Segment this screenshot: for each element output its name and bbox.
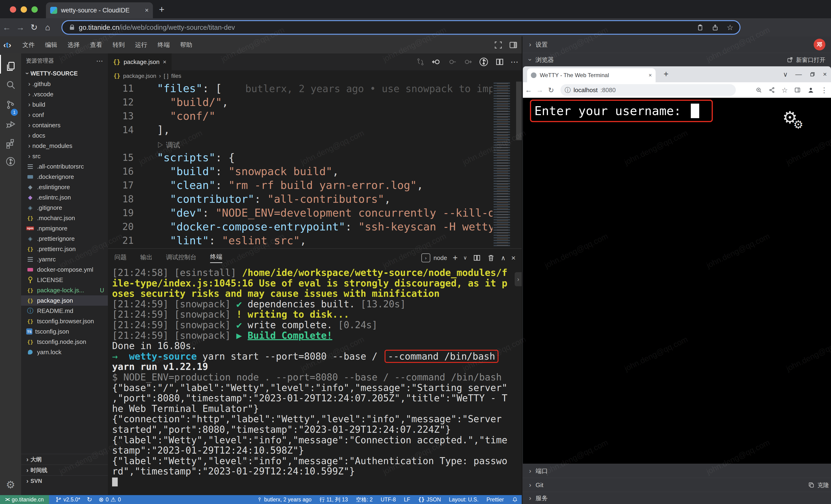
menu-item[interactable]: 帮助: [175, 38, 197, 51]
breadcrumb[interactable]: {} package.json › [ ] files: [108, 70, 522, 82]
terminal-shell-icon[interactable]: ›: [421, 254, 430, 262]
bookmark-star-icon[interactable]: ☆: [781, 86, 788, 94]
tree-item[interactable]: ◆ .eslintignore: [21, 182, 108, 192]
tree-item[interactable]: .dockerignore: [21, 172, 108, 182]
ports-section[interactable]: › 端口: [522, 464, 831, 478]
menu-item[interactable]: 终端: [152, 38, 175, 51]
explorer-more-icon[interactable]: ⋯: [96, 57, 103, 65]
problems-status[interactable]: ⊗ 0 ⚠ 0: [99, 496, 121, 503]
new-terminal-icon[interactable]: +: [453, 253, 458, 263]
prev-change-icon[interactable]: [431, 57, 441, 67]
tree-item[interactable]: npm .npmignore: [21, 223, 108, 234]
tree-item[interactable]: docker-compose.yml: [21, 264, 108, 275]
bookmark-star-icon[interactable]: ☆: [727, 23, 734, 32]
close-tab-icon[interactable]: ×: [649, 72, 652, 79]
remote-indicator[interactable]: >< go.titanide.cn: [0, 495, 49, 504]
tree-item[interactable]: › docs: [21, 130, 108, 141]
tree-item[interactable]: ⓘ README.md: [21, 306, 108, 316]
panel-tab[interactable]: 调试控制台: [166, 253, 197, 263]
wetty-terminal[interactable]: Enter your username: ⚙⚙: [523, 98, 831, 464]
kill-terminal-icon[interactable]: [487, 254, 495, 262]
extensions-icon[interactable]: [0, 134, 21, 152]
panel-tab[interactable]: 问题: [114, 253, 126, 263]
search-icon[interactable]: [0, 76, 21, 94]
customize-layout-icon[interactable]: [494, 40, 503, 50]
panel-tab[interactable]: 输出: [140, 253, 152, 263]
minimize-icon[interactable]: —: [795, 70, 802, 78]
restore-icon[interactable]: [809, 71, 815, 77]
macos-minimize-button[interactable]: [21, 6, 27, 13]
forward-icon[interactable]: →: [534, 86, 545, 94]
language-status[interactable]: {} JSON: [418, 497, 441, 503]
next-change-icon[interactable]: [463, 57, 472, 66]
new-tab-button[interactable]: +: [664, 69, 668, 79]
tree-item[interactable]: LICENSE: [21, 275, 108, 285]
terminal-dropdown-icon[interactable]: ∨: [463, 255, 467, 261]
tree-item[interactable]: {} package.json: [21, 295, 108, 306]
editor-scrollbar[interactable]: [516, 82, 522, 140]
wetty-settings-gears-icon[interactable]: ⚙⚙: [782, 108, 803, 131]
change-dot-icon[interactable]: [448, 57, 457, 66]
tree-item[interactable]: .all-contributorsrc: [21, 161, 108, 172]
sidebar-section-header[interactable]: › 大纲: [21, 454, 108, 465]
zoom-icon[interactable]: [755, 87, 762, 93]
embedded-address-bar[interactable]: ⓘ localhost :8080: [561, 84, 736, 96]
browser-menu-icon[interactable]: ⋮: [821, 86, 828, 94]
indentation-status[interactable]: 空格: 2: [356, 496, 373, 503]
close-tab-icon[interactable]: ×: [163, 58, 167, 66]
reload-icon[interactable]: ↻: [545, 86, 557, 94]
reload-icon[interactable]: ↻: [27, 23, 41, 32]
tree-item[interactable]: yarn.lock: [21, 347, 108, 357]
close-panel-icon[interactable]: ×: [511, 254, 516, 262]
new-tab-button[interactable]: +: [159, 4, 164, 15]
terminal-output[interactable]: [21:24:58] [esinstall] /home/ide/workspa…: [108, 267, 522, 495]
tab-list-chevron-icon[interactable]: ∨: [783, 70, 788, 78]
git-branch-status[interactable]: v2.5.0*: [56, 497, 80, 503]
minimap[interactable]: [494, 83, 515, 247]
tree-item[interactable]: {} package-lock.js... U: [21, 285, 108, 295]
embedded-browser-tab[interactable]: WeTTY - The Web Terminal ×: [527, 68, 656, 82]
tree-item[interactable]: › .vscode: [21, 89, 108, 99]
back-icon[interactable]: ←: [0, 23, 13, 32]
source-control-icon[interactable]: [0, 96, 21, 114]
tree-item[interactable]: › src: [21, 151, 108, 161]
close-tab-icon[interactable]: ×: [145, 6, 149, 14]
user-avatar[interactable]: 邓: [814, 39, 825, 51]
close-window-icon[interactable]: ×: [823, 70, 827, 78]
terminal-edge-chevron-icon[interactable]: ›: [515, 272, 522, 286]
home-icon[interactable]: ⌂: [41, 23, 54, 32]
share-icon[interactable]: [768, 87, 775, 93]
tree-item[interactable]: ◆ .eslintrc.json: [21, 192, 108, 203]
macos-maximize-button[interactable]: [31, 6, 38, 13]
services-section[interactable]: › 服务: [522, 492, 831, 504]
breadcrumb-symbol[interactable]: files: [171, 73, 181, 79]
encoding-status[interactable]: UTF-8: [380, 497, 396, 503]
forward-icon[interactable]: →: [13, 23, 27, 32]
formatter-status[interactable]: Prettier: [487, 497, 504, 503]
eol-status[interactable]: LF: [404, 497, 410, 503]
tree-item[interactable]: › build: [21, 99, 108, 110]
panel-tab[interactable]: 终端: [210, 253, 222, 263]
tree-item[interactable]: › .github: [21, 79, 108, 89]
tree-item[interactable]: TS tsconfig.json: [21, 326, 108, 337]
blame-status[interactable]: butlerx, 2 years ago: [257, 497, 312, 503]
settings-gear-icon[interactable]: ⚙: [0, 475, 21, 494]
share-icon[interactable]: [712, 24, 719, 31]
cursor-position[interactable]: 行 11, 列 13: [320, 496, 348, 503]
keyboard-layout-status[interactable]: Layout: U.S.: [449, 497, 479, 503]
tree-item[interactable]: › node_modules: [21, 141, 108, 151]
svn-icon[interactable]: [0, 152, 21, 171]
menu-item[interactable]: 转到: [107, 38, 130, 51]
tree-item[interactable]: {} tsconfig.browser.json: [21, 316, 108, 326]
sync-icon[interactable]: ↻: [87, 496, 92, 503]
tree-item[interactable]: › conf: [21, 110, 108, 120]
info-icon[interactable]: ⓘ: [565, 86, 571, 94]
menu-item[interactable]: 查看: [85, 38, 107, 51]
menu-item[interactable]: 运行: [130, 38, 152, 51]
sidebar-section-header[interactable]: › 时间线: [21, 465, 108, 475]
browser-section[interactable]: › 浏览器 新窗口打开: [522, 53, 831, 66]
clone-button[interactable]: 克隆: [808, 481, 829, 489]
tree-item[interactable]: › containers: [21, 120, 108, 130]
project-root-row[interactable]: › WETTY-SOURCE: [21, 68, 108, 79]
explorer-icon[interactable]: [0, 57, 21, 76]
